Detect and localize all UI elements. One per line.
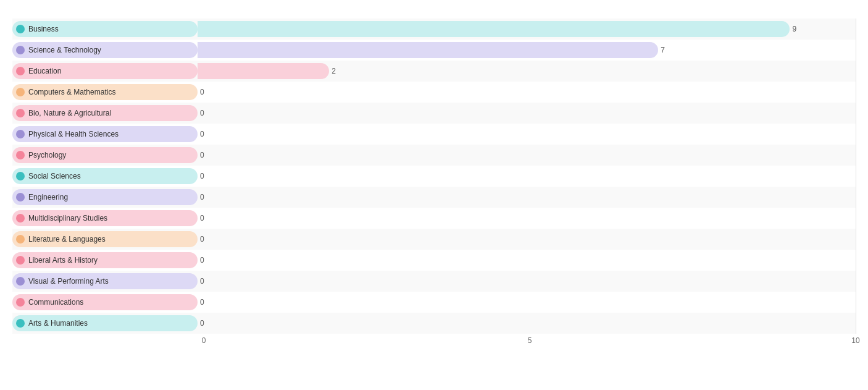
label-pill: Arts & Humanities [12,315,198,331]
bar-label: Computers & Mathematics [28,88,115,96]
x-axis-tick: 0 [202,336,206,345]
bar-row: Social Sciences0 [12,166,856,187]
label-dot [16,277,25,286]
bar-label: Education [28,67,61,75]
label-pill: Science & Technology [12,42,198,58]
label-dot [16,298,25,307]
x-axis-tick: 10 [851,336,859,345]
bar-value-label: 0 [200,88,204,96]
bar-row: Computers & Mathematics0 [12,82,856,103]
bar-track: 7 [198,42,856,58]
label-pill: Multidisciplinary Studies [12,210,198,226]
bar-row: Psychology0 [12,145,856,166]
bar-row: Physical & Health Sciences0 [12,124,856,145]
bar-value-label: 0 [200,235,204,244]
label-pill: Communications [12,294,198,310]
bar-value-label: 0 [200,151,204,159]
bar-row: Arts & Humanities0 [12,313,856,334]
label-pill: Visual & Performing Arts [12,273,198,289]
bar-value-label: 9 [792,25,796,33]
bar-row: Business9 [12,19,856,40]
bar-row: Engineering0 [12,187,856,208]
bar-label: Science & Technology [28,46,101,54]
bar-label: Communications [28,298,83,307]
label-dot [16,319,25,328]
bar-track: 0 [198,105,856,121]
bar-track: 0 [198,252,856,268]
bar-fill [198,21,790,37]
bar-track: 9 [198,21,856,37]
label-pill: Literature & Languages [12,231,198,247]
label-pill: Computers & Mathematics [12,84,198,100]
bar-label: Psychology [28,151,66,159]
label-pill: Bio, Nature & Agricultural [12,105,198,121]
bar-label: Engineering [28,193,68,201]
label-pill: Liberal Arts & History [12,252,198,268]
label-dot [16,214,25,223]
label-dot [16,88,25,96]
bar-value-label: 0 [200,256,204,265]
bar-track: 0 [198,147,856,163]
bar-value-label: 7 [661,46,665,54]
bar-value-label: 0 [200,214,204,223]
bar-row: Communications0 [12,292,856,313]
label-pill: Social Sciences [12,168,198,184]
bar-label: Multidisciplinary Studies [28,214,107,223]
bar-fill [198,63,329,79]
bars-section: Business9Science & Technology7Education2… [12,19,856,334]
x-axis: 0510 [204,336,856,341]
bar-value-label: 0 [200,172,204,180]
label-dot [16,151,25,159]
bar-fill [198,42,658,58]
bar-row: Literature & Languages0 [12,229,856,250]
bar-value-label: 2 [332,67,336,75]
bar-track: 0 [198,231,856,247]
chart-container: Business9Science & Technology7Education2… [0,0,868,390]
bar-row: Visual & Performing Arts0 [12,271,856,292]
chart-area: Business9Science & Technology7Education2… [12,19,856,341]
label-dot [16,46,25,54]
bar-row: Science & Technology7 [12,40,856,61]
bar-label: Business [28,25,59,33]
label-pill: Physical & Health Sciences [12,126,198,142]
bar-track: 0 [198,294,856,310]
bar-label: Bio, Nature & Agricultural [28,109,111,117]
bar-label: Social Sciences [28,172,81,180]
bar-track: 0 [198,273,856,289]
bar-row: Liberal Arts & History0 [12,250,856,271]
bar-row: Bio, Nature & Agricultural0 [12,103,856,124]
bar-label: Liberal Arts & History [28,256,98,265]
label-pill: Education [12,63,198,79]
bar-value-label: 0 [200,319,204,328]
label-dot [16,172,25,180]
bar-value-label: 0 [200,193,204,201]
bar-track: 2 [198,63,856,79]
bar-value-label: 0 [200,130,204,138]
bar-track: 0 [198,315,856,331]
bar-row: Education2 [12,61,856,82]
label-dot [16,193,25,201]
label-dot [16,67,25,75]
label-pill: Engineering [12,189,198,205]
label-dot [16,109,25,117]
bar-label: Arts & Humanities [28,319,88,328]
bar-track: 0 [198,126,856,142]
bar-label: Literature & Languages [28,235,106,244]
x-axis-tick: 5 [528,336,532,345]
bar-track: 0 [198,210,856,226]
bar-value-label: 0 [200,298,204,307]
bar-label: Visual & Performing Arts [28,277,109,286]
bar-value-label: 0 [200,109,204,117]
bar-row: Multidisciplinary Studies0 [12,208,856,229]
label-dot [16,130,25,138]
label-pill: Business [12,21,198,37]
bar-track: 0 [198,84,856,100]
bar-label: Physical & Health Sciences [28,130,119,138]
bar-value-label: 0 [200,277,204,286]
label-dot [16,25,25,33]
label-pill: Psychology [12,147,198,163]
grid-line [856,19,856,334]
bar-track: 0 [198,168,856,184]
label-dot [16,256,25,265]
label-dot [16,235,25,244]
